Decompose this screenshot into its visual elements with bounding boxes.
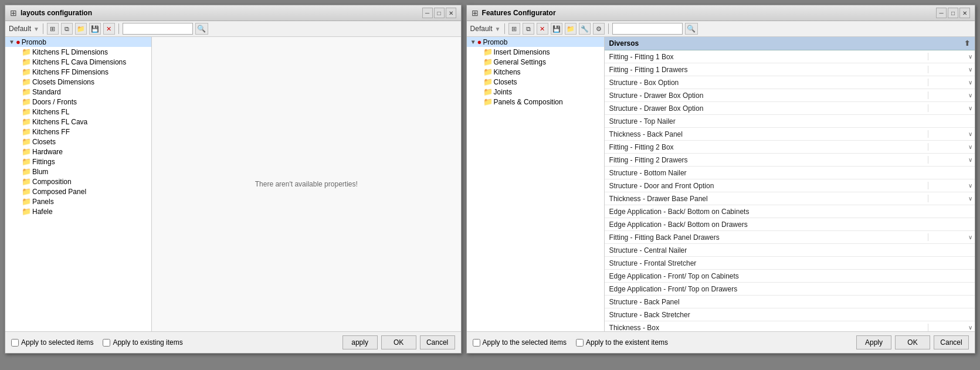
left-copy-btn[interactable]: ⧉	[61, 23, 73, 35]
left-dropdown-arrow[interactable]: ▼	[33, 26, 39, 32]
left-tree-item[interactable]: ▶ 📁 Blum	[13, 167, 151, 176]
left-grid-btn[interactable]: ⊞	[47, 23, 59, 35]
feature-row[interactable]: Structure - Drawer Box Option ∨	[605, 102, 975, 115]
feature-row[interactable]: Fitting - Fitting 2 Drawers ∨	[605, 154, 975, 167]
right-checkbox2-label[interactable]: Apply to the existent items	[576, 338, 668, 347]
feature-dropdown-arrow-0[interactable]: ∨	[968, 53, 972, 60]
feature-dropdown-arrow-1[interactable]: ∨	[968, 66, 972, 73]
left-ok-btn[interactable]: OK	[381, 335, 416, 349]
right-close-btn[interactable]: ✕	[959, 8, 970, 18]
feature-row[interactable]: Structure - Bottom Nailer	[605, 167, 975, 179]
left-tree-item[interactable]: ▶ 📁 Kitchens FF Dimensions	[13, 67, 151, 77]
left-search-input[interactable]	[123, 23, 193, 35]
right-ok-btn[interactable]: OK	[895, 335, 930, 349]
right-apply-btn[interactable]: Apply	[856, 335, 891, 349]
feature-row[interactable]: Structure - Box Option ∨	[605, 76, 975, 89]
feature-dropdown-arrow-11[interactable]: ∨	[968, 195, 972, 202]
right-save-btn[interactable]: 💾	[551, 23, 562, 35]
left-checkbox2[interactable]	[103, 339, 110, 347]
feature-row-value-2[interactable]: ∨	[928, 79, 975, 86]
right-wrench-btn[interactable]: 🔧	[579, 23, 591, 35]
right-tree-item[interactable]: ▶ 📁 General Settings	[475, 57, 604, 67]
right-settings-btn[interactable]: ⚙	[593, 23, 605, 35]
right-tree-item[interactable]: ▶ 📁 Closets	[475, 77, 604, 87]
left-maximize-btn[interactable]: □	[434, 8, 445, 18]
right-minimize-btn[interactable]: ─	[936, 8, 947, 18]
right-checkbox2[interactable]	[576, 339, 584, 347]
feature-row[interactable]: Structure - Top Nailer	[605, 115, 975, 128]
left-search-btn[interactable]: 🔍	[195, 23, 208, 35]
right-search-input[interactable]	[612, 23, 683, 35]
feature-row[interactable]: Structure - Central Nailer	[605, 244, 975, 257]
left-save-btn[interactable]: 💾	[89, 23, 101, 35]
feature-row-value-8[interactable]: ∨	[928, 156, 975, 164]
right-checkbox1[interactable]	[473, 339, 480, 347]
feature-row-value-14[interactable]: ∨	[928, 233, 975, 241]
left-folder-btn[interactable]: 📁	[75, 23, 87, 35]
left-tree-item[interactable]: ▶ 📁 Standard	[13, 87, 151, 97]
feature-dropdown-arrow-7[interactable]: ∨	[968, 144, 972, 150]
right-cancel-btn[interactable]: Cancel	[934, 335, 969, 349]
feature-row-value-6[interactable]: ∨	[928, 130, 975, 138]
feature-row-value-7[interactable]: ∨	[928, 143, 975, 151]
feature-row-value-11[interactable]: ∨	[928, 195, 975, 202]
left-close-btn[interactable]: ✕	[446, 8, 456, 18]
left-tree-root[interactable]: ▼ ● Promob	[5, 37, 151, 47]
feature-row[interactable]: Edge Application - Front/ Top on Cabinet…	[605, 270, 975, 283]
right-tree-item[interactable]: ▶ 📁 Kitchens	[475, 67, 604, 77]
feature-row-value-10[interactable]: ∨	[928, 182, 975, 189]
feature-row[interactable]: Thickness - Drawer Base Panel ∨	[605, 192, 975, 205]
left-checkbox1-label[interactable]: Apply to selected items	[11, 338, 93, 347]
feature-row[interactable]: Thickness - Back Panel ∨	[605, 128, 975, 141]
feature-dropdown-arrow-10[interactable]: ∨	[968, 182, 972, 189]
feature-row[interactable]: Edge Application - Back/ Bottom on Cabin…	[605, 205, 975, 218]
feature-row-value-4[interactable]: ∨	[928, 104, 975, 112]
feature-row[interactable]: Fitting - Fitting 1 Drawers ∨	[605, 63, 975, 76]
left-delete-btn[interactable]: ✕	[103, 23, 115, 35]
right-tree-item[interactable]: ▶ 📁 Joints	[475, 87, 604, 97]
right-tree-item[interactable]: ▶ 📁 Panels & Composition	[475, 97, 604, 107]
left-tree-item[interactable]: ▶ 📁 Composition	[13, 176, 151, 186]
features-collapse-btn[interactable]: ⬆	[964, 39, 970, 47]
left-cancel-btn[interactable]: Cancel	[420, 335, 455, 349]
feature-row[interactable]: Fitting - Fitting 2 Box ∨	[605, 141, 975, 154]
feature-dropdown-arrow-14[interactable]: ∨	[968, 234, 972, 240]
right-grid-btn[interactable]: ⊞	[508, 23, 520, 35]
feature-row[interactable]: Fitting - Fitting 1 Box ∨	[605, 50, 975, 63]
feature-row-value-1[interactable]: ∨	[928, 66, 975, 73]
left-tree-item[interactable]: ▶ 📁 Closets	[13, 137, 151, 147]
feature-row[interactable]: Structure - Back Stretcher	[605, 308, 975, 321]
left-root-toggle[interactable]: ▼	[8, 39, 16, 45]
right-copy-btn[interactable]: ⧉	[523, 23, 534, 35]
feature-dropdown-arrow-3[interactable]: ∨	[968, 92, 972, 99]
left-minimize-btn[interactable]: ─	[422, 8, 433, 18]
right-dropdown-arrow[interactable]: ▼	[495, 26, 501, 32]
left-tree-item[interactable]: ▶ 📁 Fittings	[13, 157, 151, 167]
left-tree-item[interactable]: ▶ 📁 Composed Panel	[13, 186, 151, 196]
feature-row[interactable]: Thickness - Box ∨	[605, 321, 975, 331]
left-tree-item[interactable]: ▶ 📁 Kitchens FL	[13, 107, 151, 117]
left-tree-item[interactable]: ▶ 📁 Hardware	[13, 147, 151, 157]
right-search-btn[interactable]: 🔍	[685, 23, 698, 35]
feature-row[interactable]: Edge Application - Back/ Bottom on Drawe…	[605, 218, 975, 231]
feature-row-value-21[interactable]: ∨	[928, 324, 975, 331]
feature-row[interactable]: Structure - Drawer Box Option ∨	[605, 89, 975, 102]
left-apply-btn[interactable]: apply	[343, 335, 378, 349]
feature-row[interactable]: Fitting - Fitting Back Panel Drawers ∨	[605, 231, 975, 244]
left-tree-item[interactable]: ▶ 📁 Kitchens FL Dimensions	[13, 47, 151, 57]
left-tree-item[interactable]: ▶ 📁 Hafele	[13, 206, 151, 216]
feature-row-value-3[interactable]: ∨	[928, 91, 975, 99]
left-tree-item[interactable]: ▶ 📁 Kitchens FL Cava Dimensions	[13, 57, 151, 67]
right-maximize-btn[interactable]: □	[948, 8, 958, 18]
right-tree-root[interactable]: ▼ ● Promob	[467, 37, 604, 47]
feature-dropdown-arrow-2[interactable]: ∨	[968, 79, 972, 86]
right-tree-item[interactable]: ▶ 📁 Insert Dimensions	[475, 47, 604, 57]
right-folder-btn[interactable]: 📁	[565, 23, 577, 35]
right-root-toggle[interactable]: ▼	[469, 39, 477, 45]
left-tree-item[interactable]: ▶ 📁 Closets Dimensions	[13, 77, 151, 87]
feature-dropdown-arrow-4[interactable]: ∨	[968, 105, 972, 111]
left-tree-item[interactable]: ▶ 📁 Kitchens FF	[13, 127, 151, 137]
feature-row-value-0[interactable]: ∨	[928, 53, 975, 60]
feature-dropdown-arrow-21[interactable]: ∨	[968, 324, 972, 331]
feature-row[interactable]: Structure - Back Panel	[605, 296, 975, 308]
